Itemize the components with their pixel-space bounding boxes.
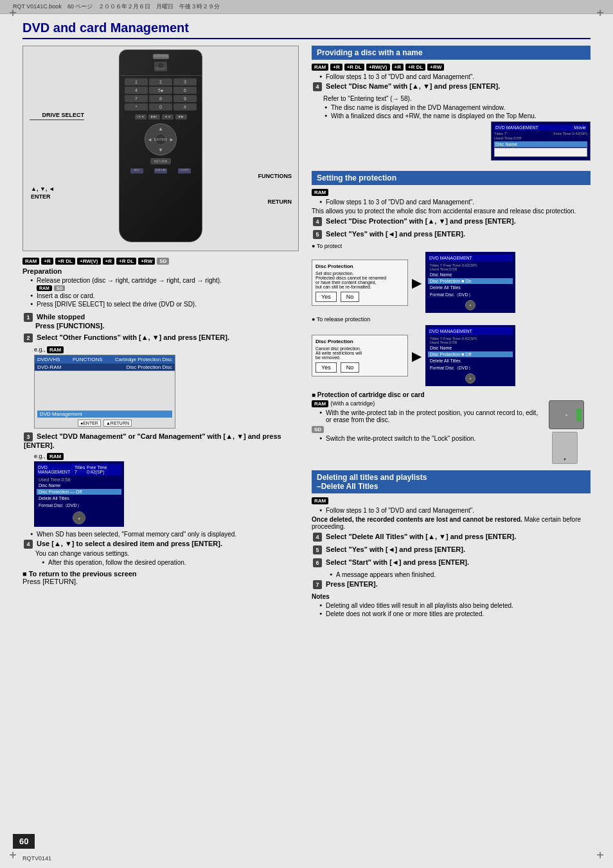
sd-arrow: ▼ — [563, 457, 567, 461]
enter-button[interactable]: ENTER — [155, 134, 166, 145]
prot-desc: This allows you to protect the whole dis… — [312, 208, 591, 215]
prot-yes-btn[interactable]: Yes — [315, 292, 337, 302]
prot-dvd-info: Titles 7 Free Time 0:42(SP)Used Time:0:5… — [428, 263, 513, 272]
btn-0[interactable]: 0 — [149, 103, 172, 111]
prot-dvd-format-off: Format Disc（DVD） — [428, 364, 513, 372]
nav-right-arrow[interactable]: ► — [169, 137, 174, 143]
btn-8[interactable]: 8 — [149, 95, 172, 102]
delete-step-7: 7 Press [ENTER]. — [312, 580, 591, 589]
section-disc-name: Providing a disc with a name RAM +R +R D… — [312, 46, 591, 164]
btn-star[interactable]: * — [125, 103, 148, 111]
page: RQT V0141C.book 60 ページ ２００６年２月６日 月曜日 午後３… — [0, 0, 613, 868]
prot-to-protect: ● To protect — [312, 243, 591, 249]
btn-6[interactable]: 6 — [173, 87, 197, 94]
delete-badge-ram: RAM — [312, 497, 328, 504]
step-2: 2 Select "Other Functions" with [▲, ▼] a… — [22, 333, 299, 342]
prot-sd-bullets: Switch the write-protect switch to the "… — [312, 435, 591, 442]
prot-release-text: Cancel disc protection.All write restric… — [315, 346, 404, 360]
badge-row-main: RAM +R +R DL +RW(V) +R +R DL +RW SD — [22, 258, 299, 265]
dn-bullet-3: With a finalized discs and +RW, the name… — [324, 112, 591, 120]
disc-name-badges: RAM +R +R DL +RW(V) +R +R DL +RW — [312, 64, 591, 71]
footer-code: RQTV0141 — [22, 855, 51, 862]
prot-with-cartridge: (With a cartridge) — [330, 400, 375, 407]
badge-plus-r-dl2: +R DL — [116, 258, 136, 265]
dn-screen-free: Free Time 0:42(SP) — [554, 132, 587, 136]
right-column: Providing a disc with a name RAM +R +R D… — [312, 46, 591, 624]
step-num-2: 2 — [24, 333, 33, 342]
btn-hash[interactable]: # — [173, 103, 197, 111]
delete-warning: Once deleted, the recorded contents are … — [312, 516, 591, 530]
prep-bullet-1: Release protection (disc → right, cartri… — [30, 277, 299, 291]
mgmt-title: DVD MANAGEMENT — [38, 465, 75, 474]
badge-eg-ram-2: RAM — [47, 453, 64, 460]
delete-step-num-7: 7 — [313, 580, 322, 589]
prot-bullets-top: Follow steps 1 to 3 of "DVD and card Man… — [312, 199, 591, 206]
step-4-note: You can change various settings. — [24, 550, 299, 557]
prot-dialog-title: Disc Protection — [315, 263, 404, 269]
mgmt-used: Used Time:0:58 — [37, 477, 121, 483]
return-button[interactable]: RETURN — [150, 158, 172, 164]
eg-label-1: e.g., RAM — [34, 346, 299, 353]
prot-enter-icon-off[interactable]: ● — [465, 373, 475, 384]
delete-step-num-5: 5 — [313, 545, 322, 554]
prot-dvd-deleteall-off: Delete All Titles — [428, 358, 513, 364]
mgmt-disc-name: Disc Name — [37, 483, 121, 488]
section-title-disc-name: Providing a disc with a name — [312, 46, 591, 60]
delete-title: Deleting all titles and playlists–Delete… — [317, 473, 427, 491]
prot-dvd-header-off: DVD MANAGEMENT — [428, 328, 513, 335]
func-enter-btn[interactable]: ●ENTER — [78, 420, 101, 427]
btn-9[interactable]: 9 — [173, 95, 197, 102]
func-screen-dvd-ram: DVD-RAM — [37, 364, 61, 370]
mgmt-enter-icon[interactable]: ● — [73, 511, 85, 524]
step-num-4: 4 — [24, 540, 33, 549]
notes-list: Deleting all video titles will result in… — [312, 602, 591, 617]
prot-no-btn[interactable]: No — [341, 292, 360, 302]
func-item-dvdmgmt: DVD Management — [37, 411, 172, 418]
btn-1[interactable]: 1 — [125, 78, 148, 85]
prot-sd-badge: SD — [312, 426, 324, 433]
left-column: DVD/VHS SELECT — [22, 46, 299, 624]
btn-3[interactable]: 3 — [173, 78, 197, 85]
return-title: ■ To return to the previous screen — [22, 570, 299, 578]
prot-release-screens: Disc Protection Cancel disc protection.A… — [312, 325, 591, 386]
func-return-btn[interactable]: ▲RETURN — [103, 420, 132, 427]
delete-step-6-bullets: A message appears when finished. — [312, 571, 591, 578]
delete-step-5-text: Select "Yes" with [◄] and press [ENTER]. — [326, 545, 465, 553]
nav-circle[interactable]: ▲ ▼ ◄ ► ENTER — [145, 123, 177, 155]
prot-step-4-text: Select "Disc Protection" with [▲, ▼] and… — [326, 217, 516, 225]
remote-body: DVD/VHS SELECT — [119, 49, 202, 242]
delete-step-7-text: Press [ENTER]. — [326, 580, 378, 588]
btn-2[interactable]: 2 — [149, 78, 172, 85]
nav-down-arrow[interactable]: ▼ — [158, 147, 163, 153]
prot-release-yes[interactable]: Yes — [315, 362, 337, 373]
note-1: Deleting all video titles will result in… — [319, 602, 591, 609]
mgmt-delete-all: Delete All Titles — [37, 495, 121, 501]
func-screen-title-dvd: DVD/VHS — [37, 357, 60, 362]
prot-enter-icon[interactable]: ● — [465, 300, 475, 310]
prep-bullets: Release protection (disc → right, cartri… — [22, 277, 299, 308]
prot-arrow-right: ▶ — [412, 275, 422, 290]
prot-ram-badge-row: RAM (With a cartridge) — [312, 400, 544, 407]
prot-dvd-discname: Disc Name — [428, 272, 513, 278]
dn-screen-input — [494, 148, 587, 157]
note-2: Delete does not work if one or more titl… — [319, 610, 591, 617]
delete-bullets-top: Follow steps 1 to 3 of "DVD and card Man… — [312, 507, 591, 514]
delete-step-6-bullet: A message appears when finished. — [330, 571, 591, 578]
page-title: DVD and card Management — [22, 21, 591, 39]
label-enter: ▲, ▼, ◄ ENTER — [31, 184, 55, 200]
dn-badge-r: +R — [330, 64, 342, 71]
delete-step-num-4: 4 — [313, 533, 322, 542]
btn-4[interactable]: 4 — [125, 87, 148, 94]
btn-5[interactable]: 5● — [149, 87, 172, 94]
btn-7[interactable]: 7 — [125, 95, 148, 102]
dn-screen-movie: Movie — [574, 125, 586, 130]
prep-bullet-2: Insert a disc or card. — [30, 292, 299, 299]
prot-dvd-discprot-off: Disc Protection ■ Off — [428, 351, 513, 357]
prot-release-no[interactable]: No — [341, 362, 360, 373]
eg-screen-1-area: e.g., RAM DVD/VHS FUNCTIONS Cartridge Pr… — [34, 346, 299, 429]
delete-step-5: 5 Select "Yes" with [◄] and press [ENTER… — [312, 545, 591, 554]
nav-up-arrow[interactable]: ▲ — [158, 126, 163, 132]
prot-protect-screens: Disc Protection Set disc protection.Prot… — [312, 252, 591, 313]
nav-left-arrow[interactable]: ◄ — [147, 137, 152, 143]
prot-release-arrow: ▶ — [412, 348, 422, 364]
